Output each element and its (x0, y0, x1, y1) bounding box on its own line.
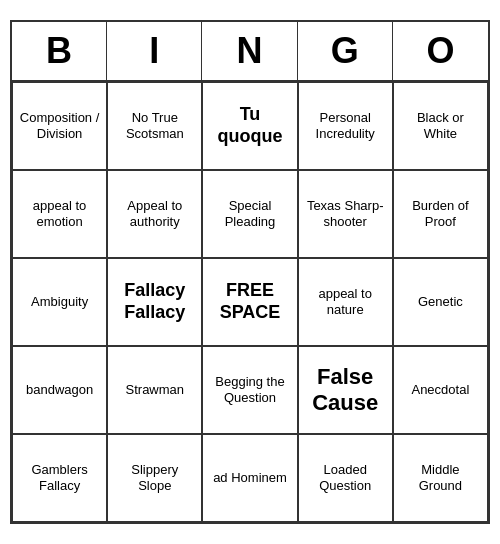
bingo-cell: Fallacy Fallacy (107, 258, 202, 346)
header-letter: I (107, 22, 202, 80)
header-letter: O (393, 22, 488, 80)
bingo-cell: No True Scotsman (107, 82, 202, 170)
bingo-cell: Personal Incredulity (298, 82, 393, 170)
bingo-cell: Black or White (393, 82, 488, 170)
bingo-cell: Middle Ground (393, 434, 488, 522)
bingo-cell: False Cause (298, 346, 393, 434)
header-letter: G (298, 22, 393, 80)
bingo-cell: FREE SPACE (202, 258, 297, 346)
bingo-cell: Ambiguity (12, 258, 107, 346)
bingo-cell: appeal to nature (298, 258, 393, 346)
bingo-cell: Loaded Question (298, 434, 393, 522)
bingo-cell: Begging the Question (202, 346, 297, 434)
header-letter: N (202, 22, 297, 80)
bingo-cell: Slippery Slope (107, 434, 202, 522)
bingo-cell: appeal to emotion (12, 170, 107, 258)
bingo-grid: Composition / DivisionNo True ScotsmanTu… (12, 82, 488, 522)
bingo-cell: Composition / Division (12, 82, 107, 170)
bingo-cell: Genetic (393, 258, 488, 346)
bingo-cell: Special Pleading (202, 170, 297, 258)
bingo-cell: Texas Sharp-shooter (298, 170, 393, 258)
bingo-cell: Appeal to authority (107, 170, 202, 258)
bingo-cell: Strawman (107, 346, 202, 434)
bingo-header: BINGO (12, 22, 488, 82)
bingo-cell: Gamblers Fallacy (12, 434, 107, 522)
bingo-cell: Anecdotal (393, 346, 488, 434)
bingo-cell: bandwagon (12, 346, 107, 434)
bingo-card: BINGO Composition / DivisionNo True Scot… (10, 20, 490, 524)
bingo-cell: Burden of Proof (393, 170, 488, 258)
header-letter: B (12, 22, 107, 80)
bingo-cell: Tu quoque (202, 82, 297, 170)
bingo-cell: ad Hominem (202, 434, 297, 522)
